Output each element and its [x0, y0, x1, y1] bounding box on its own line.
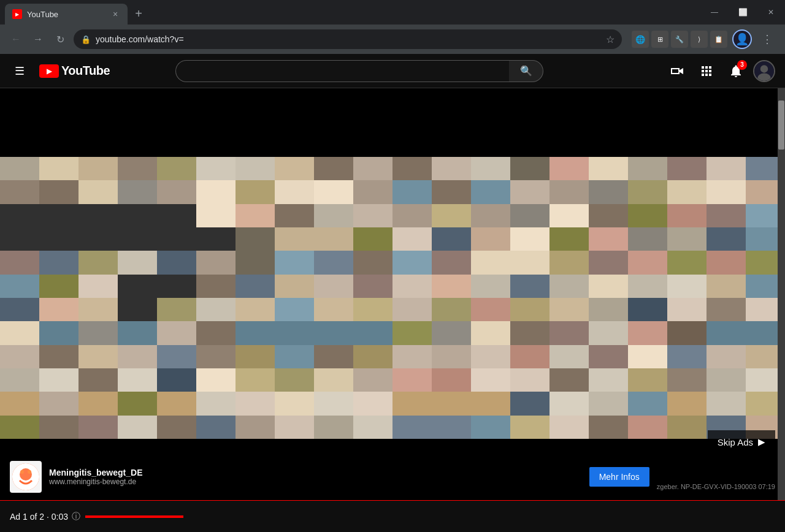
video-pixel — [314, 227, 353, 251]
url-bar[interactable]: 🔒 youtube.com/watch?v= ☆ — [74, 29, 622, 49]
video-pixel — [628, 180, 667, 203]
video-pixel — [236, 416, 275, 439]
scrollbar[interactable] — [778, 88, 785, 500]
tab-close-button[interactable]: × — [110, 9, 120, 19]
svg-point-6 — [28, 470, 31, 474]
video-content[interactable] — [0, 157, 785, 439]
video-pixel — [628, 275, 667, 298]
video-pixel — [157, 321, 196, 344]
forward-button[interactable]: → — [29, 31, 47, 48]
notifications-button[interactable]: 3 — [724, 59, 748, 83]
video-pixel — [118, 368, 157, 392]
create-video-button[interactable] — [665, 59, 689, 83]
video-pixel — [118, 416, 157, 439]
video-pixel — [314, 321, 353, 344]
video-pixel — [471, 321, 510, 344]
bookmark-icon[interactable]: ☆ — [606, 34, 615, 45]
scrollbar-thumb[interactable] — [778, 101, 784, 150]
active-tab[interactable]: YouTube × — [5, 4, 128, 25]
video-pixel — [118, 321, 157, 344]
ad-progress-bar — [85, 515, 183, 518]
ext-icon-1[interactable]: 🌐 — [632, 31, 649, 48]
video-pixel — [510, 392, 550, 415]
back-button[interactable]: ← — [7, 31, 25, 48]
youtube-header: ☰ YouTube 🔍 3 — [0, 54, 785, 88]
video-pixel — [314, 204, 353, 227]
video-pixel — [78, 416, 118, 439]
video-pixel — [0, 251, 39, 274]
search-input[interactable] — [175, 60, 509, 82]
video-pixel — [78, 275, 118, 298]
new-tab-button[interactable]: + — [130, 5, 147, 22]
video-pixel — [353, 157, 392, 180]
video-pixel — [275, 298, 314, 321]
hamburger-menu-button[interactable]: ☰ — [10, 59, 29, 83]
skip-ads-icon: ▶ — [758, 436, 765, 447]
video-pixel — [0, 298, 39, 321]
video-pixel — [589, 251, 628, 274]
window-close-button[interactable]: ✕ — [757, 0, 785, 25]
video-pixel — [589, 157, 628, 180]
ad-attribution: zgeber. NP-DE-GVX-VID-190003 07:19 — [657, 483, 775, 493]
video-pixel — [118, 275, 157, 298]
video-pixel — [118, 157, 157, 180]
video-pixel — [118, 227, 157, 251]
tab-bar: YouTube × + — ⬜ ✕ — [0, 0, 785, 25]
video-pixel — [196, 251, 236, 274]
video-pixel — [589, 416, 628, 439]
video-pixel — [667, 204, 706, 227]
video-pixel — [550, 416, 589, 439]
video-player-area[interactable]: Meningitis_bewegt_DE www.meningitis-bewe… — [0, 88, 785, 500]
video-pixel — [275, 227, 314, 251]
notification-badge: 3 — [737, 60, 747, 70]
video-pixel — [510, 298, 550, 321]
video-pixel — [0, 416, 39, 439]
video-pixel — [236, 368, 275, 392]
maximize-button[interactable]: ⬜ — [729, 0, 757, 25]
youtube-logo[interactable]: YouTube — [39, 64, 110, 78]
video-pixel — [510, 157, 550, 180]
video-pixel — [0, 392, 39, 415]
user-avatar[interactable] — [753, 60, 775, 82]
video-pixel — [196, 368, 236, 392]
video-pixel — [196, 157, 236, 180]
video-pixel — [314, 180, 353, 203]
minimize-button[interactable]: — — [700, 0, 729, 25]
video-pixel — [157, 298, 196, 321]
video-pixel — [432, 227, 471, 251]
video-pixel — [196, 180, 236, 203]
ext-icon-5[interactable]: 📋 — [710, 31, 727, 48]
video-pixel — [667, 416, 706, 439]
video-pixel — [667, 227, 706, 251]
video-pixel — [275, 392, 314, 415]
video-pixel — [628, 392, 667, 415]
ext-icon-2[interactable]: ⊞ — [651, 31, 668, 48]
chrome-profile-avatar[interactable]: 👤 — [732, 29, 752, 49]
video-pixel — [314, 298, 353, 321]
ad-info-icon[interactable]: ⓘ — [72, 511, 80, 522]
video-pixel — [196, 298, 236, 321]
video-pixel — [157, 275, 196, 298]
video-pixel — [628, 298, 667, 321]
search-bar: 🔍 — [175, 60, 543, 82]
search-button[interactable]: 🔍 — [509, 60, 543, 82]
video-pixel — [196, 416, 236, 439]
mehr-infos-button[interactable]: Mehr Infos — [589, 467, 649, 487]
ext-icon-4[interactable]: ⟩ — [691, 31, 708, 48]
video-pixel — [471, 392, 510, 415]
reload-button[interactable]: ↻ — [52, 31, 69, 48]
video-pixel — [510, 204, 550, 227]
video-pixel — [471, 204, 510, 227]
skip-ads-button[interactable]: Skip Ads ▶ — [708, 430, 775, 454]
video-pixel — [353, 180, 392, 203]
video-pixel — [314, 345, 353, 368]
video-pixel — [432, 180, 471, 203]
video-pixel — [196, 275, 236, 298]
video-pixel — [589, 321, 628, 344]
apps-button[interactable] — [694, 59, 719, 83]
video-pixel — [353, 368, 392, 392]
ext-icon-3[interactable]: 🔧 — [671, 31, 688, 48]
video-pixel — [39, 275, 78, 298]
chrome-menu-button[interactable]: ⋮ — [757, 30, 778, 48]
video-pixel — [157, 180, 196, 203]
